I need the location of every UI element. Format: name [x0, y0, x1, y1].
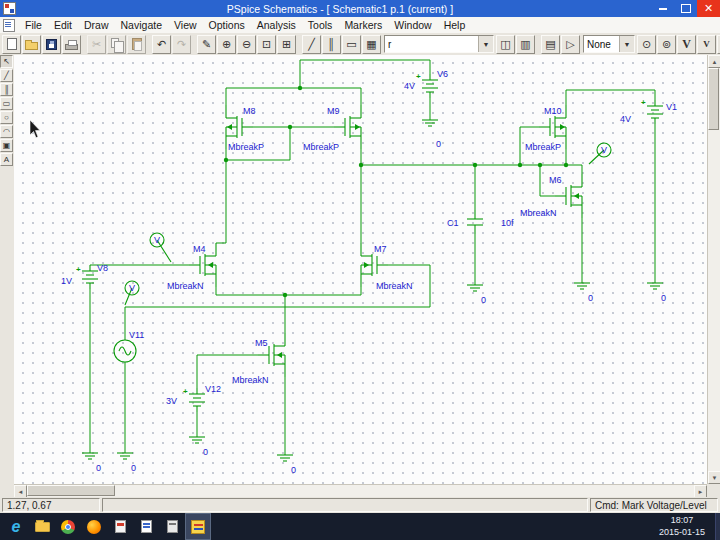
vertical-scrollbar[interactable]: ▲ ▼	[707, 55, 720, 484]
horizontal-scrollbar[interactable]: ◄ ►	[14, 484, 707, 498]
mosfet-M5[interactable]: M5MbreakN	[232, 333, 285, 385]
scroll-up-button[interactable]: ▲	[708, 55, 720, 68]
vertical-scroll-thumb[interactable]	[708, 68, 719, 130]
zoom-area-button[interactable]: ⊡	[257, 35, 276, 54]
mosfet-M7[interactable]: M7MbreakN	[361, 243, 413, 291]
zoom-fit-page-button[interactable]: ⊞	[277, 35, 296, 54]
ground-symbol[interactable]: 0	[467, 285, 486, 305]
menu-file[interactable]: File	[19, 18, 48, 32]
mosfet-M9[interactable]: M9MbreakP	[303, 105, 361, 152]
voltage-marker[interactable]: V	[125, 281, 139, 305]
zoom-out-button[interactable]: ⊖	[237, 35, 256, 54]
bias-voltage-display-button[interactable]: V	[677, 35, 696, 54]
ground-symbol[interactable]: 0	[82, 453, 101, 473]
place-part-tool[interactable]: ▣	[0, 139, 13, 152]
save-button[interactable]	[42, 35, 61, 54]
capacitor-C1[interactable]: C110f	[447, 210, 514, 234]
ground-symbol[interactable]: 0	[647, 283, 666, 303]
draw-wire-tool[interactable]: ╱	[0, 69, 13, 82]
ground-symbol[interactable]: 0	[574, 283, 593, 303]
voltage-marker[interactable]: V	[589, 143, 611, 164]
minimize-button[interactable]	[651, 0, 674, 17]
maximize-button[interactable]	[674, 0, 697, 17]
vdc-source-V6[interactable]: +V64V	[404, 69, 448, 98]
draw-box-tool[interactable]: ▭	[0, 97, 13, 110]
chevron-down-icon[interactable]: ▼	[478, 36, 493, 52]
close-button[interactable]: ✕	[697, 0, 720, 17]
setup-analysis-button[interactable]: ▤	[541, 35, 560, 54]
menu-help[interactable]: Help	[438, 18, 472, 32]
cursor-coordinates: 1.27, 0.67	[2, 498, 100, 512]
taskbar-document-app-2[interactable]	[159, 513, 185, 540]
view-result-2-button[interactable]: ⊚	[657, 35, 676, 54]
simulate-button[interactable]: ▷	[561, 35, 580, 54]
redraw-button[interactable]: ✎	[197, 35, 216, 54]
ground-symbol[interactable]: 0	[422, 120, 441, 149]
view-result-1-button[interactable]: ⊙	[637, 35, 656, 54]
vdc-source-V1[interactable]: +V14V	[620, 98, 677, 124]
taskbar-clock[interactable]: 18:07 2015-01-15	[659, 515, 705, 538]
print-button[interactable]	[62, 35, 81, 54]
open-button[interactable]	[22, 35, 41, 54]
select-tool[interactable]: ↖	[0, 55, 13, 68]
menu-options[interactable]: Options	[203, 18, 251, 32]
vdc-source-V12[interactable]: +V123V	[166, 384, 221, 412]
voltage-marker[interactable]: V	[150, 233, 171, 262]
mosfet-M8[interactable]: M8MbreakP	[226, 105, 264, 152]
mosfet-M4[interactable]: M4MbreakN	[167, 243, 216, 291]
taskbar-chrome[interactable]	[55, 513, 81, 540]
menu-window[interactable]: Window	[388, 18, 437, 32]
zoom-in-button[interactable]: ⊕	[217, 35, 236, 54]
schematic-svg[interactable]: M8MbreakPM9MbreakPM10MbreakPM6MbreakNM4M…	[14, 55, 707, 484]
redo-button[interactable]: ↷	[172, 35, 191, 54]
taskbar-file-explorer[interactable]	[29, 513, 55, 540]
taskbar-internet-explorer[interactable]: e	[3, 513, 29, 540]
ground-symbol[interactable]: 0	[117, 453, 136, 473]
recent-part-combo[interactable]: r▼	[384, 35, 494, 53]
vdc-source-V8[interactable]: +V81V	[61, 263, 108, 289]
draw-circle-tool[interactable]: ○	[0, 111, 13, 124]
menu-markers[interactable]: Markers	[338, 18, 388, 32]
draw-wire-button[interactable]: ╱	[302, 35, 321, 54]
undo-button[interactable]: ↶	[152, 35, 171, 54]
draw-bus-tool[interactable]: ║	[0, 83, 13, 96]
mosfet-M10[interactable]: M10MbreakP	[525, 105, 566, 152]
marker-combo[interactable]: None▼	[583, 35, 635, 53]
svg-text:10f: 10f	[501, 218, 514, 228]
show-desktop-button[interactable]	[715, 513, 720, 540]
draw-block-button[interactable]: ▭	[342, 35, 361, 54]
draw-grid-block-button[interactable]: ▦	[362, 35, 381, 54]
horizontal-scroll-thumb[interactable]	[27, 485, 115, 496]
taskbar-media-app[interactable]	[107, 513, 133, 540]
edit-symbol-button[interactable]: ▥	[516, 35, 535, 54]
vsin-source-V11[interactable]: V11	[114, 330, 144, 362]
taskbar-firefox[interactable]	[81, 513, 107, 540]
copy-button[interactable]	[107, 35, 126, 54]
ground-symbol[interactable]: 0	[277, 455, 296, 475]
cut-button[interactable]: ✂	[87, 35, 106, 54]
cut-icon: ✂	[92, 38, 101, 51]
get-new-part-button[interactable]: ◫	[496, 35, 515, 54]
menu-edit[interactable]: Edit	[48, 18, 78, 32]
clock-date: 2015-01-15	[659, 527, 705, 538]
new-button[interactable]	[2, 35, 21, 54]
draw-arc-tool[interactable]: ◠	[0, 125, 13, 138]
ground-symbol[interactable]: 0	[189, 437, 208, 457]
menu-tools[interactable]: Tools	[302, 18, 339, 32]
menu-analysis[interactable]: Analysis	[251, 18, 302, 32]
svg-text:MbreakP: MbreakP	[228, 142, 264, 152]
schematic-canvas[interactable]: M8MbreakPM9MbreakPM10MbreakPM6MbreakNM4M…	[14, 55, 707, 484]
main-area: ↖╱║▭○◠▣A M8MbreakPM9MbreakPM10MbreakPM6M…	[0, 55, 720, 497]
scroll-down-button[interactable]: ▼	[708, 471, 720, 484]
menu-navigate[interactable]: Navigate	[115, 18, 168, 32]
taskbar-document-app-1[interactable]	[133, 513, 159, 540]
draw-bus-button[interactable]: ║	[322, 35, 341, 54]
voltage-marker-tool-button[interactable]: V	[697, 35, 716, 54]
taskbar-pspice-schematics[interactable]	[185, 513, 211, 540]
menu-view[interactable]: View	[168, 18, 203, 32]
menu-draw[interactable]: Draw	[78, 18, 115, 32]
paste-button[interactable]	[127, 35, 146, 54]
chevron-down-icon[interactable]: ▼	[619, 36, 634, 52]
place-text-tool[interactable]: A	[0, 153, 13, 166]
taskbar: e 18:07 2015-01-15	[0, 513, 720, 540]
